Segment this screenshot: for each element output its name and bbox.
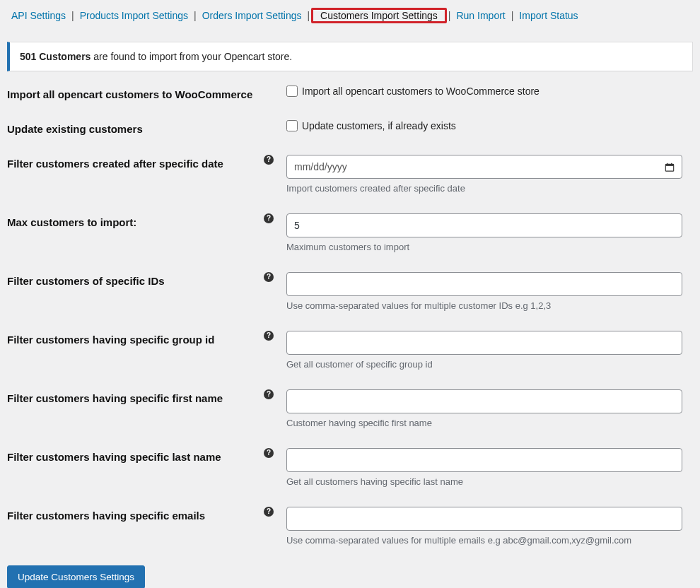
helper-emails: Use comma-separated values for multiple … <box>286 535 693 546</box>
tab-run-import[interactable]: Run Import <box>452 7 509 24</box>
input-specific-ids[interactable] <box>286 272 682 296</box>
svg-rect-1 <box>665 164 673 165</box>
label-group-id: Filter customers having specific group i… <box>7 334 214 346</box>
row-after-date: Filter customers created after specific … <box>7 155 693 194</box>
label-max-customers: Max customers to import: <box>7 216 136 228</box>
input-max-customers[interactable] <box>286 213 682 237</box>
row-group-id: Filter customers having specific group i… <box>7 331 693 370</box>
row-last-name: Filter customers having specific last na… <box>7 448 693 487</box>
label-after-date: Filter customers created after specific … <box>7 158 223 170</box>
notice-count: 501 Customers <box>20 51 91 62</box>
row-specific-ids: Filter customers of specific IDs ? Use c… <box>7 272 693 311</box>
row-emails: Filter customers having specific emails … <box>7 507 693 546</box>
help-icon[interactable]: ? <box>264 213 274 223</box>
tab-api-settings[interactable]: API Settings <box>7 7 70 24</box>
row-first-name: Filter customers having specific first n… <box>7 389 693 428</box>
helper-max-customers: Maximum customers to import <box>286 242 693 252</box>
tab-import-status[interactable]: Import Status <box>515 7 582 24</box>
checkbox-wrap-import-all[interactable]: Import all opencart customers to WooComm… <box>286 86 693 97</box>
helper-after-date: Import customers created after specific … <box>286 183 693 194</box>
checkbox-wrap-update-existing[interactable]: Update customers, if already exists <box>286 120 693 131</box>
checkbox-label-import-all: Import all opencart customers to WooComm… <box>302 86 539 97</box>
tab-customers-import[interactable]: Customers Import Settings <box>313 4 445 27</box>
help-icon[interactable]: ? <box>264 155 274 165</box>
tab-products-import[interactable]: Products Import Settings <box>76 7 192 24</box>
help-icon[interactable]: ? <box>264 272 274 282</box>
input-last-name[interactable] <box>286 448 682 472</box>
helper-first-name: Customer having specific first name <box>286 418 693 428</box>
notice-text: are found to import from your Opencart s… <box>91 51 292 62</box>
helper-last-name: Get all customers having specific last n… <box>286 476 693 487</box>
input-emails[interactable] <box>286 507 682 531</box>
label-specific-ids: Filter customers of specific IDs <box>7 275 165 287</box>
input-after-date[interactable]: mm/dd/yyyy <box>286 155 682 179</box>
help-icon[interactable]: ? <box>264 448 274 458</box>
checkbox-import-all[interactable] <box>286 86 298 97</box>
help-icon[interactable]: ? <box>264 331 274 341</box>
help-icon[interactable]: ? <box>264 507 274 517</box>
label-emails: Filter customers having specific emails <box>7 510 205 522</box>
tab-separator: | <box>511 10 514 21</box>
tab-separator: | <box>448 10 451 21</box>
calendar-icon[interactable] <box>665 163 675 172</box>
row-import-all: Import all opencart customers to WooComm… <box>7 86 693 100</box>
svg-rect-2 <box>667 163 668 164</box>
checkbox-update-existing[interactable] <box>286 120 298 131</box>
row-max-customers: Max customers to import: ? Maximum custo… <box>7 213 693 252</box>
label-last-name: Filter customers having specific last na… <box>7 451 221 463</box>
label-first-name: Filter customers having specific first n… <box>7 392 223 404</box>
svg-rect-3 <box>671 163 672 164</box>
settings-tabs: API Settings | Products Import Settings … <box>7 7 693 24</box>
tab-separator: | <box>194 10 197 21</box>
helper-group-id: Get all customer of specific group id <box>286 359 693 370</box>
checkbox-label-update-existing: Update customers, if already exists <box>302 120 456 131</box>
help-icon[interactable]: ? <box>264 389 274 399</box>
tab-separator: | <box>71 10 74 21</box>
input-group-id[interactable] <box>286 331 682 355</box>
input-first-name[interactable] <box>286 389 682 413</box>
update-customers-settings-button[interactable]: Update Customers Settings <box>7 565 145 588</box>
customers-found-notice: 501 Customers are found to import from y… <box>7 42 693 71</box>
date-placeholder: mm/dd/yyyy <box>294 161 347 172</box>
row-update-existing: Update existing customers Update custome… <box>7 120 693 135</box>
tab-orders-import[interactable]: Orders Import Settings <box>198 7 306 24</box>
helper-specific-ids: Use comma-separated values for multiple … <box>286 300 693 311</box>
label-import-all: Import all opencart customers to WooComm… <box>7 88 252 100</box>
label-update-existing: Update existing customers <box>7 123 143 135</box>
tab-separator: | <box>307 10 310 21</box>
tab-active-highlight: Customers Import Settings <box>311 8 447 23</box>
